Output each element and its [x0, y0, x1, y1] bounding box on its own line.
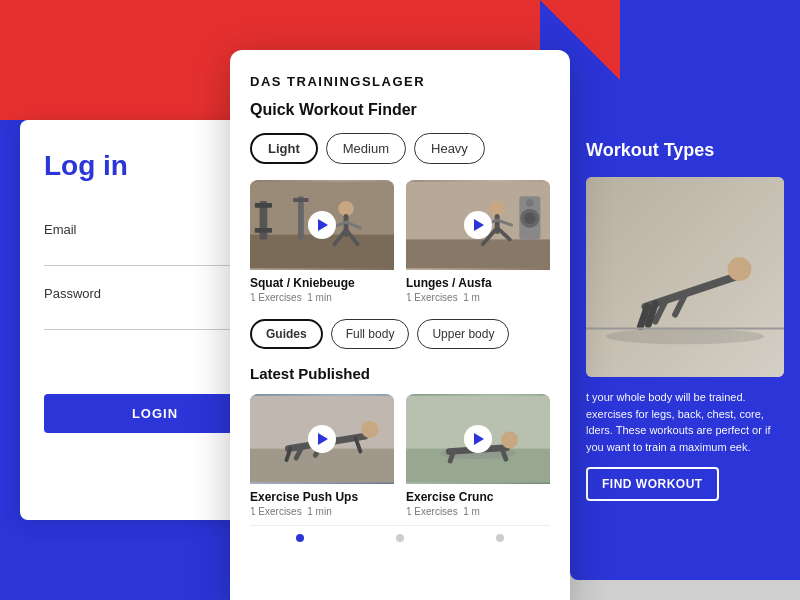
svg-point-32	[524, 213, 536, 225]
latest-title-1: Exercise Push Ups	[250, 490, 394, 504]
play-icon-4	[474, 433, 484, 445]
svg-point-33	[526, 199, 534, 207]
svg-rect-22	[406, 237, 550, 268]
workout-types-title: Workout Types	[586, 140, 784, 161]
nav-dot-1[interactable]	[296, 534, 304, 542]
filter-medium[interactable]: Medium	[326, 133, 406, 164]
workout-image	[586, 177, 784, 377]
cat-guides[interactable]: Guides	[250, 319, 323, 349]
latest-card-1[interactable]: Exercise Push Ups 1 Exercises 1 min	[250, 394, 394, 517]
workout-card-1[interactable]: Squat / Kniebeuge 1 Exercises 1 min	[250, 180, 394, 303]
play-icon-3	[318, 433, 328, 445]
bottom-nav	[250, 525, 550, 550]
svg-point-37	[361, 421, 378, 438]
card-thumb-1	[250, 180, 394, 270]
play-button-1[interactable]	[308, 211, 336, 239]
latest-meta-1: 1 Exercises 1 min	[250, 506, 394, 517]
finder-subtitle: Quick Workout Finder	[250, 101, 550, 119]
workout-types-panel: Workout Types t your whole body will be …	[570, 120, 800, 580]
card-title-1: Squat / Kniebeuge	[250, 276, 394, 290]
svg-rect-12	[255, 228, 272, 233]
svg-rect-9	[250, 235, 394, 269]
play-button-4[interactable]	[464, 425, 492, 453]
filter-heavy[interactable]: Heavy	[414, 133, 485, 164]
workout-card-2[interactable]: Lunges / Ausfa 1 Exercises 1 m	[406, 180, 550, 303]
nav-dot-3[interactable]	[496, 534, 504, 542]
find-workout-button[interactable]: FIND WORKOUT	[586, 467, 719, 501]
latest-title-2: Exercise Crunc	[406, 490, 550, 504]
category-filter-row: Guides Full body Upper body	[250, 319, 550, 349]
cat-fullbody[interactable]: Full body	[331, 319, 410, 349]
card-thumb-2	[406, 180, 550, 270]
play-icon-1	[318, 219, 328, 231]
svg-rect-35	[250, 449, 394, 483]
filter-light[interactable]: Light	[250, 133, 318, 164]
latest-card-2[interactable]: Exercise Crunc 1 Exercises 1 m	[406, 394, 550, 517]
card-meta-2: 1 Exercises 1 m	[406, 292, 550, 303]
svg-rect-11	[255, 203, 272, 208]
workout-cards-grid: Squat / Kniebeuge 1 Exercises 1 min	[250, 180, 550, 303]
workout-description: t your whole body will be trained. exerc…	[586, 389, 784, 455]
latest-thumb-2	[406, 394, 550, 484]
svg-point-0	[606, 328, 764, 344]
svg-rect-14	[293, 198, 308, 202]
latest-thumb-1	[250, 394, 394, 484]
svg-line-1	[645, 277, 734, 307]
finder-brand: DAS TRAININGSLAGER	[250, 74, 550, 89]
play-button-3[interactable]	[308, 425, 336, 453]
latest-grid: Exercise Push Ups 1 Exercises 1 min	[250, 394, 550, 517]
play-button-2[interactable]	[464, 211, 492, 239]
cat-upperbody[interactable]: Upper body	[417, 319, 509, 349]
svg-rect-13	[298, 196, 304, 239]
card-meta-1: 1 Exercises 1 min	[250, 292, 394, 303]
card-title-2: Lunges / Ausfa	[406, 276, 550, 290]
finder-popup: DAS TRAININGSLAGER Quick Workout Finder …	[230, 50, 570, 600]
svg-point-2	[728, 257, 752, 281]
latest-meta-2: 1 Exercises 1 m	[406, 506, 550, 517]
intensity-filter-row: Light Medium Heavy	[250, 133, 550, 164]
play-icon-2	[474, 219, 484, 231]
svg-point-46	[501, 431, 518, 448]
latest-title: Latest Published	[250, 365, 550, 382]
nav-dot-2[interactable]	[396, 534, 404, 542]
